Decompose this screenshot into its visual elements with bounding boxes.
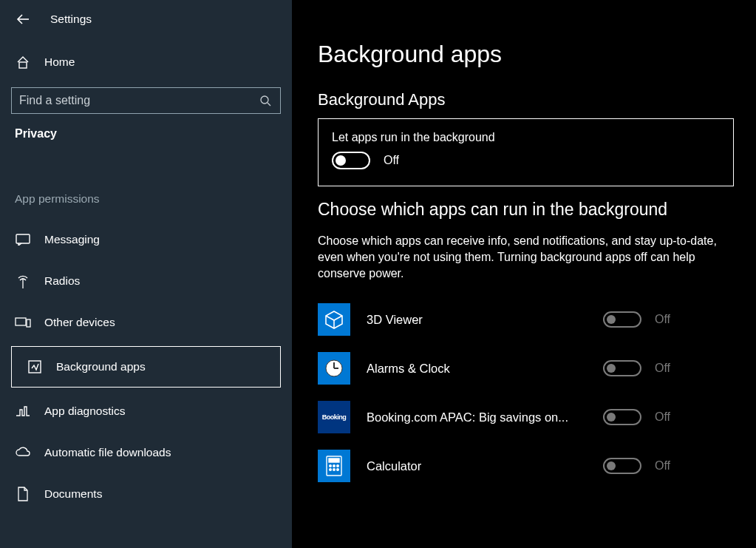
toggle-switch-icon (603, 409, 641, 425)
sidebar-item-documents[interactable]: Documents (0, 473, 292, 515)
svg-point-20 (333, 469, 336, 471)
calculator-icon (318, 450, 350, 482)
search-icon (258, 95, 273, 106)
svg-rect-7 (27, 319, 30, 327)
svg-line-3 (268, 103, 270, 106)
sidebar: Settings Home Find a setting Privacy App… (0, 0, 292, 548)
home-label: Home (44, 55, 75, 69)
section-heading-background-apps: Background Apps (318, 90, 734, 109)
app-toggle-state: Off (655, 313, 670, 326)
app-row-booking: Booking Booking.com APAC: Big savings on… (318, 393, 734, 442)
header-row: Settings (0, 11, 292, 27)
svg-rect-15 (329, 459, 339, 462)
toggle-switch-icon (603, 458, 641, 474)
app-toggle[interactable]: Off (603, 360, 670, 376)
section-description: Choose which apps can receive info, send… (318, 233, 732, 282)
toggle-switch-icon (332, 152, 370, 169)
svg-point-17 (333, 465, 336, 467)
svg-rect-1 (19, 62, 27, 68)
sidebar-item-messaging[interactable]: Messaging (0, 219, 292, 260)
sidebar-item-auto-downloads[interactable]: Automatic file downloads (0, 432, 292, 473)
sidebar-item-background-apps[interactable]: Background apps (11, 346, 281, 388)
sidebar-item-label: Automatic file downloads (44, 446, 171, 459)
diagnostics-icon (15, 405, 31, 417)
sidebar-item-label: Other devices (44, 316, 115, 329)
cloud-download-icon (15, 447, 31, 459)
master-toggle-label: Let apps run in the background (332, 131, 720, 144)
master-toggle-state: Off (384, 154, 399, 167)
app-toggle-state: Off (655, 459, 670, 473)
svg-rect-6 (16, 318, 26, 325)
sidebar-item-label: Messaging (44, 233, 100, 246)
app-name: Calculator (367, 459, 603, 473)
sidebar-item-home[interactable]: Home (0, 48, 292, 76)
app-toggle[interactable]: Off (603, 409, 670, 425)
back-arrow-icon[interactable] (15, 11, 31, 27)
app-toggle-state: Off (655, 410, 670, 424)
document-icon (15, 487, 31, 501)
sidebar-item-app-diagnostics[interactable]: App diagnostics (0, 390, 292, 432)
toggle-switch-icon (603, 311, 641, 328)
search-placeholder: Find a setting (19, 94, 258, 107)
permissions-label: App permissions (0, 192, 292, 206)
app-name: Booking.com APAC: Big savings on... (367, 410, 603, 424)
devices-icon (15, 317, 31, 328)
sidebar-item-label: Background apps (56, 360, 146, 373)
sidebar-item-label: Documents (44, 487, 102, 501)
svg-rect-4 (16, 234, 30, 243)
app-row-calculator: Calculator Off (318, 442, 734, 490)
svg-point-18 (337, 465, 339, 467)
svg-point-21 (337, 469, 339, 471)
app-toggle-state: Off (655, 362, 670, 375)
app-row-3d-viewer: 3D Viewer Off (318, 295, 734, 344)
main-content: Background apps Background Apps Let apps… (292, 0, 756, 548)
app-name: 3D Viewer (367, 313, 603, 327)
app-toggle[interactable]: Off (603, 311, 670, 328)
home-icon (15, 55, 31, 70)
master-toggle-box: Let apps run in the background Off (318, 118, 734, 186)
section-heading-choose-apps: Choose which apps can run in the backgro… (318, 200, 734, 220)
toggle-switch-icon (603, 360, 641, 376)
app-name: Alarms & Clock (367, 362, 603, 376)
search-input[interactable]: Find a setting (11, 87, 281, 114)
background-apps-icon (27, 359, 43, 374)
sidebar-item-radios[interactable]: Radios (0, 260, 292, 302)
sidebar-item-label: App diagnostics (44, 405, 125, 418)
app-title: Settings (50, 13, 92, 26)
svg-point-19 (330, 469, 332, 471)
message-icon (15, 234, 31, 246)
svg-point-2 (261, 96, 268, 104)
sidebar-item-label: Radios (44, 274, 80, 288)
app-toggle[interactable]: Off (603, 458, 670, 474)
cube-icon (318, 303, 350, 336)
sidebar-item-other-devices[interactable]: Other devices (0, 302, 292, 343)
radios-icon (15, 274, 31, 288)
section-label-privacy: Privacy (0, 127, 292, 141)
page-title: Background apps (318, 41, 734, 68)
clock-icon (318, 352, 350, 385)
app-row-alarms-clock: Alarms & Clock Off (318, 344, 734, 393)
master-toggle[interactable]: Off (332, 152, 399, 169)
booking-icon: Booking (318, 401, 350, 433)
svg-point-16 (330, 465, 332, 467)
